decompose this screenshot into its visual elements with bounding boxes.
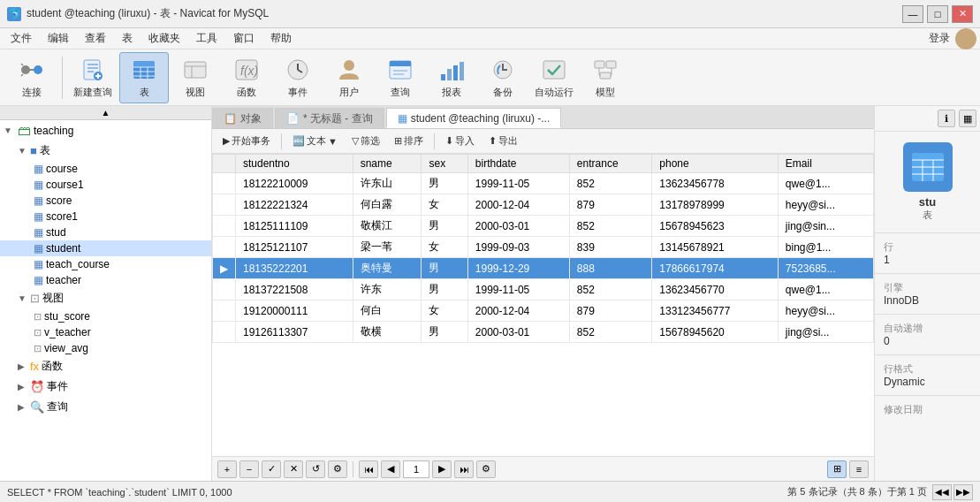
col-sex[interactable]: sex (422, 155, 467, 173)
tab-query[interactable]: 📄 * 无标题 - 查询 (275, 108, 384, 128)
cell-entrance[interactable]: 879 (569, 194, 651, 216)
refresh-button[interactable]: ↺ (306, 460, 325, 478)
col-birthdate[interactable]: birthdate (467, 155, 569, 173)
cell-entrance[interactable]: 879 (569, 300, 651, 322)
cell-entrance[interactable]: 839 (569, 237, 651, 258)
cell-phone[interactable]: 15678945620 (652, 322, 778, 343)
page-number-input[interactable] (403, 460, 429, 478)
grid-view-button[interactable]: ⊞ (827, 460, 847, 478)
grid-button[interactable]: ▦ (959, 110, 976, 127)
sidebar-database-teaching[interactable]: ▼ 🗃 teaching (0, 120, 211, 141)
toolbar-query[interactable]: 查询 (376, 52, 425, 103)
cell-sex[interactable]: 男 (422, 173, 467, 194)
close-button[interactable]: ✕ (952, 5, 973, 23)
info-button[interactable]: ℹ (938, 110, 955, 127)
sidebar-view-v-teacher[interactable]: ⊡ v_teacher (0, 324, 211, 340)
confirm-button[interactable]: ✓ (262, 460, 281, 478)
col-email[interactable]: Email (778, 155, 873, 173)
cell-entrance[interactable]: 852 (569, 173, 651, 194)
cell-entrance[interactable]: 852 (569, 216, 651, 237)
cell-Email[interactable]: 7523685... (778, 258, 873, 279)
col-studentno[interactable]: studentno (236, 155, 353, 173)
menu-window[interactable]: 窗口 (226, 29, 262, 48)
cell-studentno[interactable]: 18137221508 (236, 279, 353, 300)
cancel-edit-button[interactable]: ✕ (284, 460, 303, 478)
cell-Email[interactable]: bing@1... (778, 237, 873, 258)
cell-sex[interactable]: 男 (422, 258, 467, 279)
table-row[interactable]: 18137221508许东男1999-11-0585213623456770qw… (213, 279, 874, 300)
cell-sex[interactable]: 男 (422, 216, 467, 237)
toolbar-backup[interactable]: 备份 (478, 52, 528, 103)
cell-birthdate[interactable]: 2000-03-01 (467, 322, 569, 343)
cell-birthdate[interactable]: 1999-09-03 (467, 237, 569, 258)
cell-phone[interactable]: 15678945623 (652, 216, 778, 237)
begin-transaction-button[interactable]: ▶ 开始事务 (217, 133, 276, 149)
cell-sex[interactable]: 女 (422, 194, 467, 216)
cell-Email[interactable]: qwe@1... (778, 279, 873, 300)
minimize-button[interactable]: — (902, 5, 923, 23)
table-row[interactable]: 19126113307敬横男2000-03-0185215678945620ji… (213, 322, 874, 343)
menu-view[interactable]: 查看 (78, 29, 113, 48)
cell-sname[interactable]: 许东山 (353, 173, 422, 194)
toolbar-model[interactable]: 模型 (581, 52, 630, 103)
cell-phone[interactable]: 133123456777 (652, 300, 778, 322)
cell-Email[interactable]: qwe@1... (778, 173, 873, 194)
col-sname[interactable]: sname (353, 155, 422, 173)
col-entrance[interactable]: entrance (569, 155, 651, 173)
cell-Email[interactable]: heyy@si... (778, 300, 873, 322)
sidebar-table-student[interactable]: ▦ student (0, 240, 211, 256)
sidebar-table-course1[interactable]: ▦ course1 (0, 177, 211, 193)
table-row[interactable]: 19120000111何白女2000-12-04879133123456777h… (213, 300, 874, 322)
cell-sname[interactable]: 敬横 (353, 322, 422, 343)
menu-tools[interactable]: 工具 (189, 29, 224, 48)
cell-studentno[interactable]: 19120000111 (236, 300, 353, 322)
toolbar-autorun[interactable]: 自动运行 (529, 52, 579, 103)
cell-entrance[interactable]: 852 (569, 322, 651, 343)
sidebar-section-queries[interactable]: ▶ 🔍 查询 (0, 397, 211, 417)
menu-help[interactable]: 帮助 (263, 29, 299, 48)
toolbar-view[interactable]: 视图 (171, 52, 220, 103)
tab-objects[interactable]: 📋 对象 (212, 108, 273, 128)
sidebar-view-view-avg[interactable]: ⊡ view_avg (0, 340, 211, 356)
col-phone[interactable]: phone (652, 155, 778, 173)
tab-student[interactable]: ▦ student @teaching (liruxu) -... (386, 108, 562, 128)
cell-sname[interactable]: 梁一苇 (353, 237, 422, 258)
cell-studentno[interactable]: 18122221324 (236, 194, 353, 216)
maximize-button[interactable]: □ (927, 5, 948, 23)
sidebar-table-score1[interactable]: ▦ score1 (0, 209, 211, 224)
cell-sex[interactable]: 男 (422, 279, 467, 300)
cell-studentno[interactable]: 18125121107 (236, 237, 353, 258)
sidebar-section-functions[interactable]: ▶ fx 函数 (0, 356, 211, 376)
cell-birthdate[interactable]: 1999-11-05 (467, 279, 569, 300)
cell-Email[interactable]: jing@si... (778, 322, 873, 343)
menu-file[interactable]: 文件 (4, 29, 39, 48)
text-button[interactable]: 🔤 文本 ▼ (287, 133, 343, 149)
toolbar-new-query[interactable]: 新建查询 (68, 52, 118, 103)
toolbar-function[interactable]: f(x) 函数 (222, 52, 271, 103)
cell-studentno[interactable]: 18122210009 (236, 173, 353, 194)
cell-phone[interactable]: 13178978999 (652, 194, 778, 216)
export-button[interactable]: ⬆ 导出 (483, 133, 523, 149)
cell-sname[interactable]: 敬横江 (353, 216, 422, 237)
cell-studentno[interactable]: 19126113307 (236, 322, 353, 343)
cell-birthdate[interactable]: 2000-12-04 (467, 300, 569, 322)
first-page-button[interactable]: ⏮ (359, 460, 378, 478)
cell-sname[interactable]: 奥特曼 (353, 258, 422, 279)
cell-Email[interactable]: jing@sin... (778, 216, 873, 237)
toolbar-event[interactable]: 事件 (273, 52, 323, 103)
sidebar-table-score[interactable]: ▦ score (0, 193, 211, 209)
toolbar-report[interactable]: 报表 (427, 52, 476, 103)
menu-edit[interactable]: 编辑 (41, 29, 76, 48)
sidebar-table-teacher[interactable]: ▦ teacher (0, 272, 211, 288)
status-left-btn[interactable]: ◀◀ (932, 484, 952, 500)
menu-favorites[interactable]: 收藏夹 (141, 29, 187, 48)
cell-sex[interactable]: 女 (422, 237, 467, 258)
status-right-btn[interactable]: ▶▶ (953, 484, 973, 500)
login-label[interactable]: 登录 (929, 31, 950, 46)
sidebar-table-teach-course[interactable]: ▦ teach_course (0, 256, 211, 272)
delete-row-button[interactable]: − (239, 460, 259, 478)
cell-phone[interactable]: 17866617974 (652, 258, 778, 279)
sidebar-scroll-up[interactable]: ▲ (0, 106, 211, 120)
table-row[interactable]: 18125111109敬横江男2000-03-0185215678945623j… (213, 216, 874, 237)
table-row[interactable]: ▶18135222201奥特曼男1999-12-2988817866617974… (213, 258, 874, 279)
